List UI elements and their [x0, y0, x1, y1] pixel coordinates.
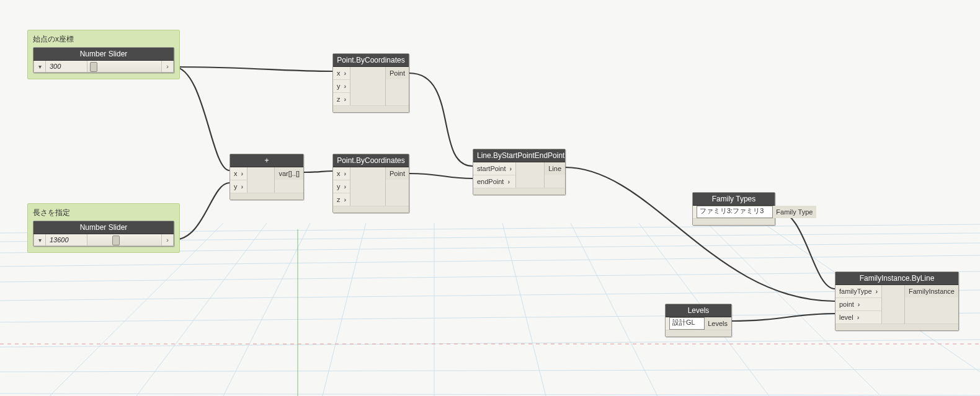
dropdown-level[interactable]: 設計GL▾	[666, 317, 703, 330]
node-title: +	[230, 154, 303, 167]
node-line-bystartpointendpoint[interactable]: Line.ByStartPointEndPoint startPoint› en…	[473, 149, 566, 195]
node-title: Number Slider	[33, 221, 174, 234]
node-footer	[666, 330, 731, 337]
node-add[interactable]: + x› y› var[]..[]	[229, 154, 304, 200]
slider-value: 300	[46, 63, 87, 70]
node-point-bycoordinates-2[interactable]: Point.ByCoordinates x› y› z› Point	[332, 154, 409, 213]
node-number-slider-1[interactable]: Number Slider ▾ 300 ›	[33, 47, 174, 73]
node-title: Line.ByStartPointEndPoint	[473, 149, 565, 162]
dropdown-family-type[interactable]: ファミリ3:ファミリ3▾	[693, 206, 771, 218]
input-port-endpoint[interactable]: endPoint›	[473, 175, 515, 188]
node-levels[interactable]: Levels 設計GL▾ Levels	[665, 304, 732, 337]
slider-expand-icon[interactable]: ▾	[34, 234, 46, 245]
input-port-z[interactable]: z›	[333, 93, 350, 105]
node-title: Family Types	[693, 193, 775, 206]
svg-line-9	[0, 394, 980, 395]
node-familyinstance-byline[interactable]: FamilyInstance.ByLine familyType› point›…	[835, 271, 959, 331]
node-footer	[693, 218, 775, 225]
output-port-levels[interactable]: Levels	[704, 317, 731, 330]
node-footer	[333, 105, 409, 112]
svg-line-12	[223, 223, 310, 396]
chevron-right-icon: ›	[876, 288, 878, 295]
dropdown-selected: ファミリ3:ファミリ3	[697, 206, 773, 218]
output-port-familytype[interactable]: Family Type	[772, 206, 816, 218]
input-port-point[interactable]: point›	[835, 298, 881, 311]
group-start-x[interactable]: 始点のx座標 Number Slider ▾ 300 ›	[27, 30, 180, 79]
slider-control[interactable]: ▾ 300 ›	[33, 61, 174, 73]
svg-line-4	[0, 255, 980, 266]
slider-step-icon[interactable]: ›	[162, 61, 173, 72]
chevron-right-icon: ›	[509, 165, 512, 172]
slider-step-icon[interactable]: ›	[162, 234, 173, 245]
slider-thumb[interactable]	[112, 235, 120, 245]
group-length[interactable]: 長さを指定 Number Slider ▾ 13600 ›	[27, 203, 180, 253]
slider-control[interactable]: ▾ 13600 ›	[33, 234, 174, 246]
chevron-right-icon: ›	[344, 170, 347, 177]
output-port-var[interactable]: var[]..[]	[275, 167, 303, 180]
svg-line-8	[0, 369, 980, 372]
svg-line-1	[0, 313, 980, 322]
node-title: FamilyInstance.ByLine	[835, 272, 958, 285]
input-port-level[interactable]: level›	[835, 311, 881, 323]
output-port-line[interactable]: Line	[545, 162, 565, 175]
input-port-y[interactable]: y›	[333, 80, 350, 93]
input-port-startpoint[interactable]: startPoint›	[473, 162, 515, 175]
output-port-familyinstance[interactable]: FamilyInstance	[905, 285, 958, 297]
node-footer	[473, 188, 565, 195]
chevron-right-icon: ›	[507, 178, 510, 185]
svg-line-0	[0, 340, 980, 347]
chevron-right-icon: ›	[344, 183, 347, 190]
slider-expand-icon[interactable]: ▾	[34, 61, 46, 72]
slider-track[interactable]	[87, 61, 162, 72]
dropdown-selected: 設計GL	[669, 317, 705, 330]
input-port-z[interactable]: z›	[333, 193, 350, 206]
chevron-right-icon: ›	[344, 69, 347, 77]
group-title: 始点のx座標	[33, 34, 174, 45]
node-family-types[interactable]: Family Types ファミリ3:ファミリ3▾ Family Type	[692, 192, 775, 226]
input-port-familytype[interactable]: familyType›	[835, 285, 881, 298]
chevron-right-icon: ›	[857, 314, 860, 321]
chevron-right-icon: ›	[241, 170, 244, 177]
node-footer	[230, 193, 303, 200]
input-port-y[interactable]: y›	[230, 180, 247, 193]
svg-line-15	[502, 223, 546, 396]
chevron-right-icon: ›	[344, 82, 347, 90]
chevron-right-icon: ›	[858, 301, 860, 308]
input-port-y[interactable]: y›	[333, 180, 350, 193]
output-port-point[interactable]: Point	[386, 167, 409, 180]
chevron-right-icon: ›	[344, 196, 347, 203]
svg-line-13	[323, 223, 366, 396]
output-port-point[interactable]: Point	[386, 67, 409, 79]
node-title: Point.ByCoordinates	[333, 154, 409, 167]
input-port-x[interactable]: x›	[333, 67, 350, 80]
node-title: Point.ByCoordinates	[333, 54, 409, 67]
node-point-bycoordinates-1[interactable]: Point.ByCoordinates x› y› z› Point	[332, 53, 409, 113]
group-title: 長さを指定	[33, 208, 174, 218]
slider-track[interactable]	[87, 234, 162, 245]
node-title: Levels	[666, 304, 731, 317]
node-title: Number Slider	[33, 48, 174, 61]
node-number-slider-2[interactable]: Number Slider ▾ 13600 ›	[33, 221, 174, 247]
chevron-right-icon: ›	[241, 183, 244, 190]
input-port-x[interactable]: x›	[333, 167, 350, 180]
slider-thumb[interactable]	[90, 62, 97, 72]
input-port-x[interactable]: x›	[230, 167, 247, 180]
slider-value: 13600	[46, 236, 87, 244]
node-footer	[333, 206, 409, 213]
chevron-right-icon: ›	[344, 95, 347, 103]
node-footer	[835, 323, 958, 330]
svg-line-3	[0, 271, 980, 282]
